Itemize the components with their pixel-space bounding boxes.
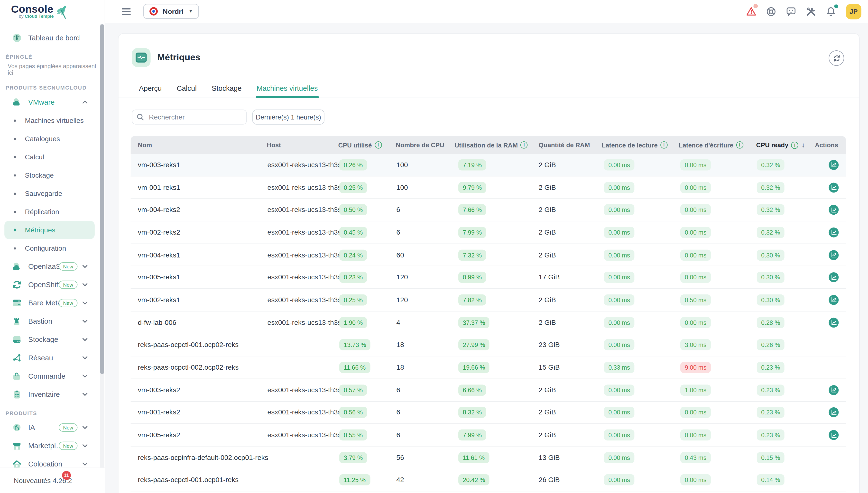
search-input[interactable] <box>148 113 242 122</box>
sidebar-section-label: ÉPINGLÉ <box>0 47 105 62</box>
ram-quantity: 23 GiB <box>539 341 560 349</box>
sidebar-item-configuration[interactable]: Configuration <box>0 239 105 257</box>
view-chart-button[interactable] <box>829 273 839 282</box>
column-header-cpu-utilis[interactable]: CPU utiliséi <box>338 142 382 149</box>
sidebar-item-m-triques[interactable]: Métriques <box>4 221 95 239</box>
tab-calcul[interactable]: Calcul <box>177 79 197 97</box>
column-header-quantit-de-ram[interactable]: Quantité de RAM <box>539 142 590 148</box>
sidebar-item-tableau-de-bord[interactable]: Tableau de bord <box>0 29 105 47</box>
sidebar-item-openiaas[interactable]: OpenIaaSNew <box>0 257 105 276</box>
alert-badge-dot <box>753 4 758 8</box>
vm-name: d-fw-lab-006 <box>138 319 176 326</box>
bullet-icon <box>14 229 16 231</box>
column-header-nom[interactable]: Nom <box>138 142 152 148</box>
read-latency-badge: 0.00 ms <box>604 407 634 418</box>
sidebar-item-commande[interactable]: Commande <box>0 367 105 385</box>
sidebar-section-label: PRODUITS <box>0 404 105 418</box>
info-icon[interactable]: i <box>791 142 798 149</box>
bullet-icon <box>14 174 16 176</box>
menu-toggle-icon[interactable] <box>122 8 130 15</box>
view-chart-button[interactable] <box>829 227 839 237</box>
info-icon[interactable]: i <box>521 142 528 149</box>
tab-stockage[interactable]: Stockage <box>212 79 242 97</box>
sidebar-item-sauvegarde[interactable]: Sauvegarde <box>0 184 105 202</box>
column-header-utilisation-de-la-ram[interactable]: Utilisation de la RAMi <box>454 142 528 149</box>
avatar-initials: JP <box>849 7 858 15</box>
cpu-ready-badge: 0.32 % <box>757 205 784 215</box>
vm-host: esx001-reks-ucs13-th3s <box>267 296 341 304</box>
column-header-nombre-de-cpu[interactable]: Nombre de CPU <box>396 142 444 148</box>
sidebar-item-stockage[interactable]: Stockage <box>0 166 105 184</box>
sidebar-item-r-seau[interactable]: Réseau <box>0 349 105 367</box>
bullet-icon <box>14 119 16 122</box>
sidebar-item-r-plication[interactable]: Réplication <box>0 202 105 221</box>
time-range-filter[interactable]: Dernière(s) 1 heure(s) <box>252 109 324 124</box>
info-icon[interactable]: i <box>375 142 382 149</box>
feedback-chat-icon[interactable] <box>786 6 796 16</box>
view-chart-button[interactable] <box>829 385 839 395</box>
sidebar-item-ia[interactable]: IANew <box>0 418 105 436</box>
sidebar-item-catalogues[interactable]: Catalogues <box>0 129 105 148</box>
bullet-icon <box>14 211 16 213</box>
column-header-latence-de-lecture[interactable]: Latence de lecturei <box>602 142 668 149</box>
tenant-selector[interactable]: Nordri ▼ <box>143 4 199 19</box>
column-header-host[interactable]: Host <box>267 142 281 148</box>
line-chart-icon <box>830 387 837 393</box>
view-chart-button[interactable] <box>829 205 839 215</box>
tools-icon[interactable] <box>806 6 816 16</box>
table-row: vm-005-reks1 esx001-reks-ucs13-th3s 0.23… <box>131 266 846 289</box>
sidebar-item-bastion[interactable]: Bastion <box>0 312 105 330</box>
column-header-latence-d-criture[interactable]: Latence d'écriturei <box>679 142 743 149</box>
view-chart-button[interactable] <box>829 430 839 440</box>
column-header-cpu-ready[interactable]: CPU readyi↓ <box>756 141 805 149</box>
sidebar-item-calcul[interactable]: Calcul <box>0 148 105 166</box>
tab-machines-virtuelles[interactable]: Machines virtuelles <box>257 79 318 97</box>
logo[interactable]: Console by Cloud Temple <box>0 0 105 23</box>
column-header-actions[interactable]: Actions <box>815 142 838 148</box>
write-latency-badge: 1.00 ms <box>680 384 711 395</box>
lifebuoy-icon[interactable] <box>766 6 776 16</box>
sidebar-item-machines-virtuelles[interactable]: Machines virtuelles <box>0 111 105 129</box>
new-badge: New <box>59 442 78 450</box>
sidebar-item-stockage[interactable]: Stockage <box>0 330 105 349</box>
cpu-ready-badge: 0.23 % <box>757 407 784 418</box>
info-icon[interactable]: i <box>736 142 743 149</box>
vm-name: vm-003-reks2 <box>138 386 180 394</box>
cpu-count: 6 <box>396 386 400 394</box>
cpu-ready-badge: 0.14 % <box>757 474 784 486</box>
sidebar-scrollbar-thumb[interactable] <box>100 24 104 374</box>
sidebar-item-inventaire[interactable]: Inventaire <box>0 385 105 404</box>
ram-quantity: 13 GiB <box>539 454 560 462</box>
sidebar-item-openshift[interactable]: OpenShiftNew <box>0 276 105 294</box>
tenant-name: Nordri <box>163 7 184 15</box>
bell-icon[interactable] <box>826 6 836 16</box>
sidebar-item-marketpl[interactable]: Marketpl…New <box>0 436 105 455</box>
info-icon[interactable]: i <box>660 142 668 149</box>
sidebar-item-colocation[interactable]: Colocation <box>0 455 105 468</box>
sidebar-item-vmware[interactable]: VMware <box>0 93 105 111</box>
refresh-button[interactable] <box>829 50 844 66</box>
ram-quantity: 2 GiB <box>539 251 556 259</box>
view-chart-button[interactable] <box>829 182 839 192</box>
avatar[interactable]: JP <box>846 4 862 19</box>
sidebar-item-bare-metal[interactable]: Bare MetalNew <box>0 294 105 312</box>
notification-dot <box>834 4 838 8</box>
chevron-down-icon <box>82 443 88 449</box>
view-chart-button[interactable] <box>829 160 839 170</box>
alert-triangle-icon[interactable] <box>746 6 756 16</box>
read-latency-badge: 0.00 ms <box>604 384 634 395</box>
cpu-used-badge: 0.23 % <box>339 272 367 283</box>
ram-usage-badge: 27.99 % <box>458 340 489 350</box>
line-chart-icon <box>830 184 837 190</box>
view-chart-button[interactable] <box>829 318 839 327</box>
tab-aper-u[interactable]: Aperçu <box>139 79 162 97</box>
dragonfly-icon <box>55 5 69 19</box>
cpu-used-badge: 0.24 % <box>339 250 367 260</box>
view-chart-button[interactable] <box>829 295 839 305</box>
view-chart-button[interactable] <box>829 250 839 260</box>
cpu-count: 18 <box>396 341 404 349</box>
cpu-used-badge: 13.73 % <box>339 340 371 350</box>
cloud-icon <box>12 97 22 107</box>
cpu-ready-badge: 0.26 % <box>757 340 784 350</box>
view-chart-button[interactable] <box>829 408 839 417</box>
